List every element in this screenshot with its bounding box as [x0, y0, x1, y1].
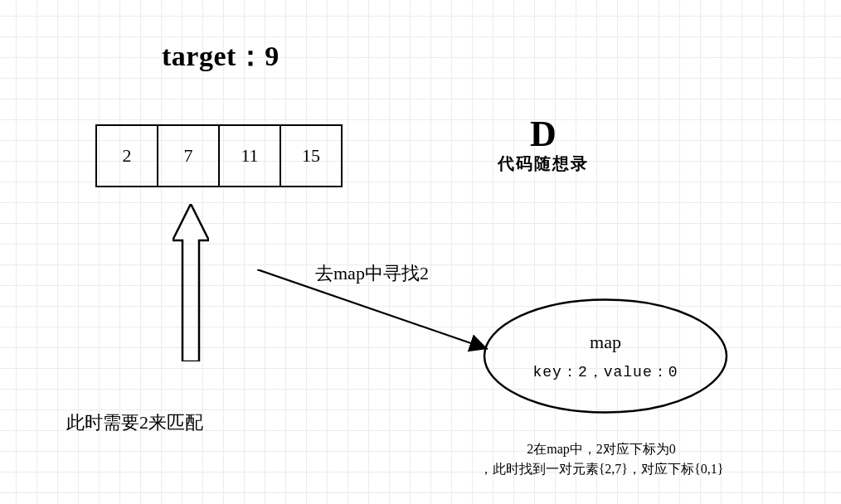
pointer-up-arrow-icon — [173, 204, 209, 361]
diagram-canvas: target：9 2 7 11 15 此时需要2来匹配 去map中寻找2 map… — [0, 0, 841, 504]
svg-line-0 — [257, 269, 488, 349]
array-cell: 7 — [157, 124, 220, 187]
right-caption-line: ，此时找到一对元素{2,7}，对应下标{0,1} — [479, 462, 724, 476]
brand-watermark: D 代码随想录 — [477, 116, 610, 175]
left-caption: 此时需要2来匹配 — [66, 410, 203, 435]
map-keyvalue: key：2，value：0 — [532, 361, 678, 381]
map-node: map key：2，value：0 — [481, 297, 730, 415]
map-title: map — [590, 332, 621, 353]
right-caption-line: 2在map中，2对应下标为0 — [527, 442, 676, 456]
array-cell: 11 — [218, 124, 281, 187]
target-title: target：9 — [162, 37, 280, 75]
seek-arrow-icon — [257, 269, 498, 356]
array-container: 2 7 11 15 — [95, 124, 343, 187]
array-cell: 15 — [280, 124, 343, 187]
right-caption: 2在map中，2对应下标为0 ，此时找到一对元素{2,7}，对应下标{0,1} — [423, 439, 780, 479]
brand-name: 代码随想录 — [477, 153, 610, 175]
array-cell: 2 — [95, 124, 158, 187]
brand-logo-icon: D — [530, 116, 557, 153]
